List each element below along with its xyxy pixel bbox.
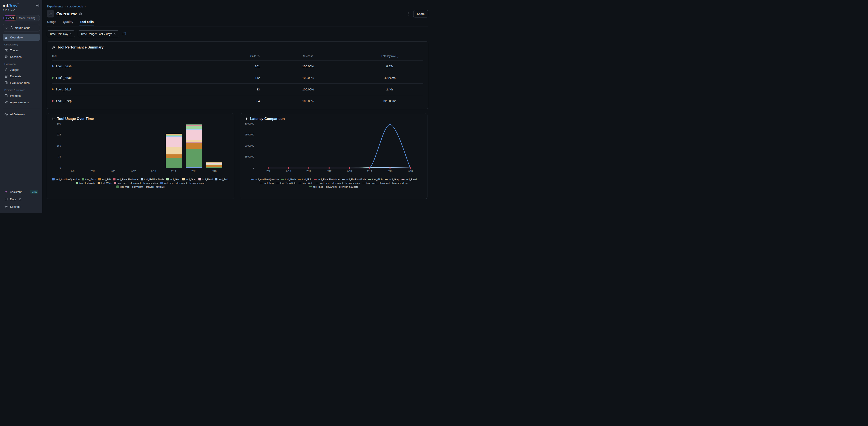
latency-point[interactable]	[308, 167, 310, 169]
tab-quality[interactable]: Quality	[62, 20, 73, 26]
legend-tool_mcp__playwright__browser_close[interactable]: tool_mcp__playwright__browser_close	[160, 182, 205, 184]
table-row[interactable]: tool_Grep 64 100.00% 329.09ms	[52, 95, 423, 107]
latency-peak-point[interactable]	[390, 124, 391, 125]
legend-tool_Task[interactable]: tool_Task	[215, 178, 228, 181]
legend-tool_Read[interactable]: tool_Read	[401, 178, 416, 181]
legend-tool_Write[interactable]: tool_Write	[299, 182, 313, 184]
legend-tool_mcp__playwright__browser_click[interactable]: tool_mcp__playwright__browser_click	[315, 182, 360, 184]
collapse-sidebar-icon[interactable]	[35, 3, 40, 8]
beta-badge: Beta	[30, 190, 38, 194]
time-range-dropdown[interactable]: Time Range: Last 7 days	[78, 30, 119, 37]
sidebar-item-docs[interactable]: Docs	[3, 196, 40, 202]
legend-tool_Grep[interactable]: tool_Grep	[385, 178, 399, 181]
breadcrumb-experiment-link[interactable]: claude-code	[67, 5, 83, 8]
legend-tool_mcp__playwright__browser_navigate[interactable]: tool_mcp__playwright__browser_navigate	[116, 186, 165, 188]
sidebar-item-ai-gateway[interactable]: AI Gateway	[3, 111, 40, 117]
latency-value: 40.26ms	[356, 72, 423, 84]
sidebar-item-prompts[interactable]: Prompts	[3, 92, 40, 99]
usage-x-tick: 2/10	[87, 170, 99, 172]
table-row[interactable]: tool_Read 142 100.00% 40.26ms	[52, 72, 423, 84]
legend-label: tool_Task	[264, 182, 274, 184]
col-header-calls[interactable]: Calls	[223, 52, 260, 60]
legend-tool_AskUserQuestion[interactable]: tool_AskUserQuestion	[52, 178, 80, 181]
legend-swatch-square	[215, 178, 217, 180]
latency-point[interactable]	[410, 167, 411, 169]
legend-tool_mcp__playwright__browser_close[interactable]: tool_mcp__playwright__browser_close	[362, 182, 408, 184]
legend-tool_mcp__playwright__browser_navigate[interactable]: tool_mcp__playwright__browser_navigate	[309, 186, 358, 188]
usage-bar[interactable]	[166, 134, 182, 168]
legend-tool_AskUserQuestion[interactable]: tool_AskUserQuestion	[251, 178, 279, 181]
legend-label: tool_mcp__playwright__browser_close	[164, 182, 205, 184]
legend-tool_ExitPlanMode[interactable]: tool_ExitPlanMode	[141, 178, 164, 181]
legend-swatch-square	[198, 178, 201, 180]
model-training-toggle[interactable]: Model training	[17, 17, 37, 20]
legend-tool_Glob[interactable]: tool_Glob	[166, 178, 180, 181]
calls-value: 64	[223, 95, 260, 107]
usage-bar-segment	[206, 167, 222, 168]
legend-tool_Bash[interactable]: tool_Bash	[82, 178, 96, 181]
legend-tool_EnterPlanMode[interactable]: tool_EnterPlanMode	[113, 178, 138, 181]
info-icon[interactable]	[79, 12, 82, 16]
col-header-success[interactable]: Success	[260, 52, 356, 60]
usage-bar[interactable]	[186, 124, 202, 168]
sidebar-item-datasets[interactable]: Datasets	[3, 73, 40, 80]
latency-point[interactable]	[349, 167, 350, 169]
breadcrumb-experiments-link[interactable]: Experiments	[47, 5, 63, 8]
sidebar-item-evaluation-runs[interactable]: Evaluation runs	[3, 80, 40, 86]
sidebar: mlflow™ 3.10.1.dev0 GenAI Model training…	[0, 0, 42, 213]
overflow-menu-button[interactable]	[406, 11, 410, 17]
sidebar-item-judges[interactable]: Judges	[3, 66, 40, 73]
legend-tool_Grep[interactable]: tool_Grep	[182, 178, 196, 181]
sidebar-item-settings[interactable]: Settings	[3, 203, 40, 210]
legend-tool_EnterPlanMode[interactable]: tool_EnterPlanMode	[314, 178, 340, 181]
latency-point[interactable]	[288, 167, 289, 169]
time-unit-dropdown[interactable]: Time Unit: Day	[47, 30, 75, 37]
time-unit-value: Time Unit: Day	[50, 32, 68, 36]
sparkle-icon	[4, 190, 8, 194]
refresh-button[interactable]	[122, 32, 126, 36]
col-header-latency[interactable]: Latency (AVG)	[356, 52, 423, 60]
usage-bar-segment	[206, 165, 222, 167]
latency-point[interactable]	[329, 167, 330, 169]
sidebar-item-sessions[interactable]: Sessions	[3, 54, 40, 60]
latency-plot[interactable]: 300000025000002000000150000002/92/102/11…	[245, 122, 423, 176]
experiment-switcher[interactable]: claude-code	[3, 24, 40, 31]
legend-tool_ExitPlanMode[interactable]: tool_ExitPlanMode	[342, 178, 366, 181]
legend-tool_Edit[interactable]: tool_Edit	[98, 178, 111, 181]
mode-toggle: GenAI Model training	[3, 15, 40, 21]
tab-usage[interactable]: Usage	[47, 20, 57, 26]
usage-plot[interactable]: 0751502253002/92/102/112/122/132/142/152…	[52, 122, 229, 176]
latency-point[interactable]	[390, 167, 391, 169]
latency-point[interactable]	[268, 167, 269, 169]
legend-tool_Glob[interactable]: tool_Glob	[368, 178, 382, 181]
sidebar-item-traces[interactable]: Traces	[3, 47, 40, 54]
legend-tool_Bash[interactable]: tool_Bash	[281, 178, 296, 181]
genai-toggle[interactable]: GenAI	[3, 15, 17, 21]
legend-tool_TodoWrite[interactable]: tool_TodoWrite	[76, 182, 95, 184]
table-row[interactable]: tool_Edit 83 100.00% 2.40s	[52, 84, 423, 95]
mlflow-logo[interactable]: mlflow™	[3, 3, 19, 8]
sidebar-item-overview[interactable]: Overview	[3, 34, 40, 40]
legend-tool_mcp__playwright__browser_click[interactable]: tool_mcp__playwright__browser_click	[114, 182, 158, 184]
usage-y-tick: 225	[52, 133, 61, 136]
sidebar-item-label: AI Gateway	[10, 113, 25, 116]
calls-value: 142	[223, 72, 260, 84]
share-button[interactable]: Share	[413, 10, 428, 18]
usage-bar[interactable]	[206, 162, 222, 168]
col-header-tool[interactable]: Tool	[52, 52, 223, 60]
legend-tool_Read[interactable]: tool_Read	[198, 178, 213, 181]
legend-label: tool_mcp__playwright__browser_click	[320, 182, 360, 184]
tab-tool-calls[interactable]: Tool calls	[80, 20, 94, 26]
sidebar-item-label: Judges	[10, 68, 19, 72]
legend-tool_Edit[interactable]: tool_Edit	[298, 178, 312, 181]
latency-point[interactable]	[369, 167, 370, 169]
legend-tool_TodoWrite[interactable]: tool_TodoWrite	[276, 182, 296, 184]
legend-tool_Task[interactable]: tool_Task	[259, 182, 274, 184]
legend-tool_Write[interactable]: tool_Write	[98, 182, 112, 184]
performance-table: Tool Calls Success Latency (AVG) tool_Ba…	[52, 52, 423, 107]
usage-bar-segment	[166, 158, 182, 168]
time-range-value: Time Range: Last 7 days	[81, 32, 112, 36]
table-row[interactable]: tool_Bash 201 100.00% 8.35s	[52, 60, 423, 72]
sidebar-item-assistant[interactable]: Assistant Beta	[3, 189, 40, 195]
sidebar-item-agent-versions[interactable]: Agent versions	[3, 99, 40, 106]
